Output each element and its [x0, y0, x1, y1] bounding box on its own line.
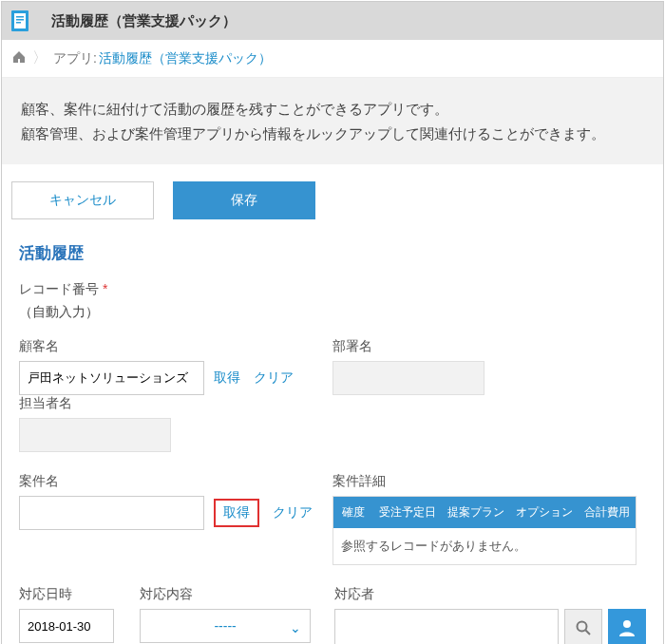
svg-point-7	[623, 620, 631, 628]
app-description: 顧客、案件に紐付けて活動の履歴を残すことができるアプリです。 顧客管理、および案…	[2, 78, 663, 164]
responder-input[interactable]	[334, 609, 559, 644]
description-line-2: 顧客管理、および案件管理アプリから情報をルックアップして関連付けることができます…	[21, 122, 644, 146]
save-button[interactable]: 保存	[173, 181, 315, 219]
svg-rect-4	[16, 22, 21, 24]
customer-fetch-link[interactable]: 取得	[214, 369, 240, 387]
project-detail-table: 確度 受注予定日 提案プラン オプション 合計費用 参照するレコードがありません…	[332, 496, 636, 565]
breadcrumb: 〉 アプリ: 活動履歴（営業支援パック）	[2, 40, 663, 78]
responder-label: 対応者	[334, 586, 646, 603]
responder-search-button[interactable]	[564, 609, 602, 644]
form-area: 活動履歴 レコード番号 * （自動入力） 顧客名 取得 クリア 部署	[2, 237, 663, 644]
document-icon	[8, 8, 34, 34]
col-plan: 提案プラン	[442, 497, 510, 528]
project-detail-header: 確度 受注予定日 提案プラン オプション 合計費用	[333, 497, 636, 528]
customer-input[interactable]	[19, 361, 204, 395]
record-number-field: レコード番号 * （自動入力）	[19, 281, 646, 321]
svg-line-6	[586, 631, 591, 635]
person-icon	[617, 617, 637, 638]
search-icon	[575, 619, 592, 636]
department-label: 部署名	[332, 338, 484, 355]
response-type-value: -----	[214, 618, 236, 634]
description-line-1: 顧客、案件に紐付けて活動の履歴を残すことができるアプリです。	[21, 97, 644, 122]
customer-label: 顧客名	[19, 338, 314, 355]
project-clear-link[interactable]: クリア	[273, 504, 313, 521]
svg-rect-1	[14, 13, 26, 28]
chevron-down-icon: ⌄	[290, 620, 301, 635]
response-date-input[interactable]	[19, 609, 114, 643]
highlighted-fetch: 取得	[214, 499, 259, 527]
responder-org-button[interactable]	[608, 609, 646, 644]
app-icon	[2, 2, 40, 40]
project-fetch-link[interactable]: 取得	[223, 504, 250, 520]
col-option: オプション	[510, 497, 579, 528]
section-title: 活動履歴	[19, 242, 646, 264]
record-number-auto: （自動入力）	[19, 304, 646, 321]
home-icon[interactable]	[11, 49, 27, 67]
response-date-label: 対応日時	[19, 586, 121, 603]
breadcrumb-app-link[interactable]: 活動履歴（営業支援パック）	[99, 50, 272, 67]
contact-label: 担当者名	[19, 395, 171, 412]
project-detail-label: 案件詳細	[332, 473, 646, 490]
col-probability: 確度	[333, 497, 373, 528]
required-mark: *	[103, 281, 107, 296]
action-bar: キャンセル 保存	[2, 164, 663, 237]
app-header: 活動履歴（営業支援パック）	[2, 2, 663, 40]
customer-clear-link[interactable]: クリア	[254, 369, 294, 387]
breadcrumb-separator: 〉	[32, 48, 48, 68]
department-input	[332, 361, 484, 395]
svg-point-5	[578, 622, 587, 632]
breadcrumb-prefix: アプリ:	[53, 50, 97, 67]
col-total: 合計費用	[579, 497, 636, 528]
contact-input	[19, 418, 171, 452]
project-detail-empty: 参照するレコードがありません。	[333, 528, 636, 564]
record-number-label: レコード番号	[19, 281, 99, 296]
svg-rect-3	[16, 19, 24, 21]
response-type-select[interactable]: ----- ⌄	[140, 609, 311, 643]
col-order-date: 受注予定日	[373, 497, 442, 528]
svg-rect-2	[16, 16, 24, 18]
response-type-label: 対応内容	[140, 586, 315, 603]
cancel-button[interactable]: キャンセル	[11, 181, 154, 219]
project-label: 案件名	[19, 473, 314, 490]
project-input[interactable]	[19, 496, 204, 530]
page-title: 活動履歴（営業支援パック）	[40, 12, 237, 30]
